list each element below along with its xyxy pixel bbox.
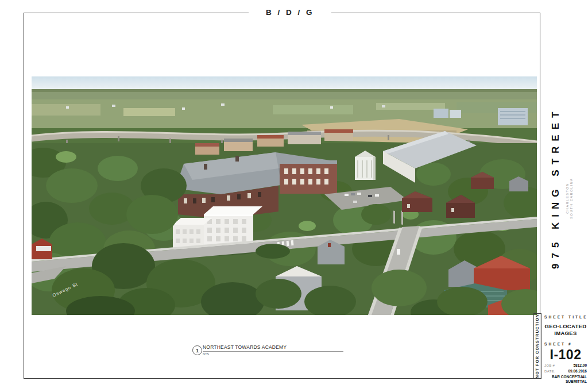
view-title-underline xyxy=(203,351,343,352)
aerial-photo-scene: Oswego St xyxy=(32,76,537,315)
submittal-note: BAR CONCEPTUAL SUBMITTAL xyxy=(544,375,587,384)
sheet-title-line2: IMAGES xyxy=(544,330,587,337)
sky xyxy=(32,76,537,101)
aerial-photo: Oswego St xyxy=(32,76,537,315)
firm-logo-text: B / D / G xyxy=(249,6,331,18)
sheet-title-line1: GEO-LOCATED xyxy=(544,323,587,330)
date-row: DATE: 09.06.2016 xyxy=(544,369,587,373)
project-title: 975 KING STREET xyxy=(550,116,563,269)
view-number-bubble: 1 xyxy=(192,345,202,355)
stamp-text: NOT FOR CONSTRUCTION xyxy=(534,314,541,378)
view-scale: NTS xyxy=(203,352,209,356)
sheet-title-label: SHEET TITLE xyxy=(544,315,587,319)
title-block: SHEET TITLE GEO-LOCATED IMAGES SHEET # I… xyxy=(544,310,587,391)
drawing-sheet: B / D / G xyxy=(0,0,588,392)
project-location: CHARLESTON SOUTH CAROLINA xyxy=(566,170,574,227)
sheet-number-label: SHEET # xyxy=(544,342,587,346)
not-for-construction-stamp: NOT FOR CONSTRUCTION xyxy=(533,313,541,379)
job-value: 5812.00 xyxy=(574,363,587,367)
job-number-row: JOB # 5812.00 xyxy=(544,363,587,367)
project-location-line2: SOUTH CAROLINA xyxy=(570,170,574,227)
sheet-title: GEO-LOCATED IMAGES xyxy=(544,323,587,336)
date-label: DATE: xyxy=(544,370,555,373)
project-location-line1: CHARLESTON xyxy=(566,170,570,227)
view-title: NORTHEAST TOWARDS ACADEMY xyxy=(203,344,287,350)
job-label: JOB # xyxy=(544,364,555,367)
submittal-line1: BAR CONCEPTUAL xyxy=(544,375,587,379)
date-value: 09.06.2016 xyxy=(568,369,587,373)
sheet-number: I-102 xyxy=(544,347,587,363)
submittal-line2: SUBMITTAL xyxy=(544,379,587,384)
